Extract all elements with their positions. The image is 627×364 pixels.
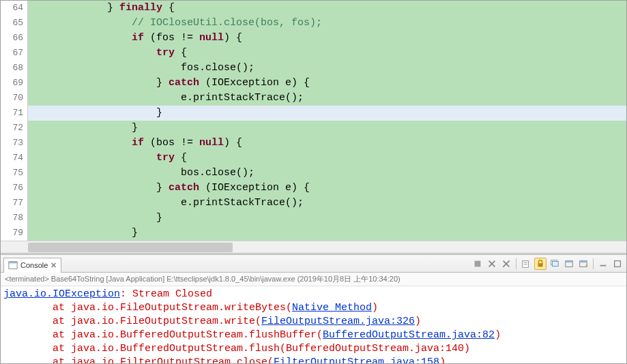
code-line[interactable]: // IOCloseUtil.close(bos, fos); — [28, 16, 626, 31]
line-number: 79 — [1, 226, 23, 241]
code-line[interactable]: try { — [28, 46, 626, 61]
scroll-lock-icon[interactable] — [534, 258, 546, 270]
svg-rect-1 — [9, 262, 17, 264]
close-icon[interactable]: ✕ — [50, 261, 57, 270]
minimize-icon[interactable] — [597, 258, 609, 270]
line-number: 68 — [1, 61, 23, 76]
code-line[interactable]: bos.close(); — [28, 166, 626, 181]
code-line[interactable]: } catch (IOException e) { — [28, 76, 626, 91]
svg-rect-11 — [538, 263, 543, 267]
code-line[interactable]: try { — [28, 151, 626, 166]
line-number: 67 — [1, 46, 23, 61]
line-number: 69 — [1, 76, 23, 91]
line-number: 74 — [1, 151, 23, 166]
code-line[interactable]: } catch (IOException e) { — [28, 181, 626, 196]
line-number: 73 — [1, 136, 23, 151]
maximize-icon[interactable] — [611, 258, 624, 270]
console-output[interactable]: java.io.IOException: Stream Closed at ja… — [1, 286, 626, 363]
line-number: 77 — [1, 196, 23, 211]
console-line: at java.io.BufferedOutputStream.flushBuf… — [3, 329, 624, 342]
line-number: 75 — [1, 166, 23, 181]
svg-rect-17 — [580, 260, 587, 262]
line-number: 65 — [1, 16, 23, 31]
terminate-icon[interactable] — [471, 258, 484, 270]
display-selected-icon[interactable] — [563, 258, 575, 270]
stack-trace-link[interactable]: FilterOutputStream.java:158 — [274, 357, 439, 363]
console-tab-bar: Console ✕ + — [1, 255, 626, 273]
clear-console-icon[interactable] — [520, 258, 532, 270]
code-line[interactable]: } — [28, 226, 626, 241]
code-editor: 64656667686970717273747576777879 } final… — [1, 1, 626, 253]
stack-trace-link[interactable]: BufferedOutputStream.java:82 — [323, 329, 495, 341]
code-line[interactable]: e.printStackTrace(); — [28, 196, 626, 211]
line-number: 71 — [1, 106, 23, 121]
code-line[interactable]: e.printStackTrace(); — [28, 91, 626, 106]
code-content[interactable]: } finally { // IOCloseUtil.close(bos, fo… — [28, 1, 626, 241]
code-line[interactable]: fos.close(); — [28, 61, 626, 76]
console-line: at java.io.FilterOutputStream.close(Filt… — [3, 356, 624, 363]
console-tab[interactable]: Console ✕ — [3, 258, 61, 273]
svg-rect-19 — [600, 264, 607, 266]
code-line[interactable]: if (fos != null) { — [28, 31, 626, 46]
svg-rect-13 — [553, 261, 559, 266]
separator — [516, 258, 516, 269]
console-tab-label: Console — [20, 261, 48, 269]
console-icon — [8, 260, 18, 270]
svg-rect-15 — [566, 260, 573, 262]
console-line: at java.io.FileOutputStream.write(FileOu… — [3, 315, 624, 329]
code-line[interactable]: if (bos != null) { — [28, 136, 626, 151]
line-number: 78 — [1, 211, 23, 226]
console-line: at java.io.BufferedOutputStream.flush(Bu… — [3, 342, 624, 356]
line-number-gutter: 64656667686970717273747576777879 — [1, 1, 28, 241]
console-line: java.io.IOException: Stream Closed — [3, 288, 624, 301]
separator — [593, 258, 594, 269]
code-line[interactable]: } — [28, 106, 626, 121]
code-line[interactable]: } — [28, 121, 626, 136]
horizontal-scrollbar[interactable] — [1, 241, 626, 253]
console-status-line: <terminated> Base64ToString [Java Applic… — [1, 273, 626, 286]
scroll-thumb[interactable] — [28, 243, 233, 252]
svg-text:+: + — [585, 263, 588, 268]
remove-all-icon[interactable] — [486, 258, 498, 270]
stack-trace-link[interactable]: java.io.IOException — [3, 288, 120, 300]
console-line: at java.io.FileOutputStream.writeBytes(N… — [3, 301, 624, 315]
line-number: 70 — [1, 91, 23, 106]
line-number: 66 — [1, 31, 23, 46]
code-line[interactable]: } finally { — [28, 1, 626, 16]
open-console-icon[interactable]: + — [577, 258, 589, 270]
line-number: 76 — [1, 181, 23, 196]
pin-console-icon[interactable] — [549, 258, 561, 270]
remove-launch-icon[interactable] — [500, 258, 512, 270]
stack-trace-link[interactable]: FileOutputStream.java:326 — [261, 316, 415, 327]
svg-rect-2 — [475, 260, 481, 267]
svg-rect-20 — [615, 260, 621, 267]
line-number: 64 — [1, 1, 23, 16]
stack-trace-link[interactable]: Native Method — [292, 302, 372, 314]
code-line[interactable]: } — [28, 211, 626, 226]
line-number: 72 — [1, 121, 23, 136]
